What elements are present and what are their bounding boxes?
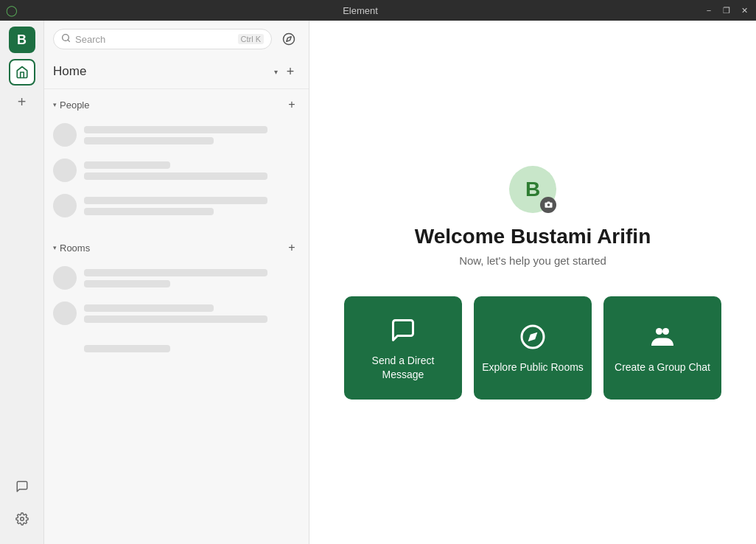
direct-message-label: Send a Direct Message [344, 354, 462, 380]
skeleton-rooms-2 [44, 296, 309, 331]
nav-title[interactable]: Home [53, 64, 271, 79]
svg-line-2 [68, 40, 69, 41]
skeleton-people-3 [44, 188, 309, 223]
group-icon [649, 324, 676, 350]
skeleton-line [84, 197, 267, 204]
app-icon: ◯ [6, 4, 18, 16]
sidebar-nav: Home ▾ + [44, 57, 309, 86]
action-cards: Send a Direct Message Explore Public Roo… [344, 296, 721, 400]
compass-icon [282, 32, 295, 46]
rooms-section-label: Rooms [60, 243, 284, 254]
skeleton-line [84, 345, 170, 352]
explore-rooms-card[interactable]: Explore Public Rooms [474, 296, 592, 400]
camera-icon [545, 200, 553, 209]
skeleton-avatar [53, 266, 77, 290]
skeleton-line [84, 304, 214, 312]
skeleton-line [84, 161, 170, 169]
user-avatar[interactable]: B [9, 27, 35, 53]
nav-chevron-icon: ▾ [274, 68, 278, 76]
explore-button[interactable] [278, 28, 300, 50]
rooms-section-header[interactable]: ▾ Rooms + [44, 235, 309, 260]
window-controls: − ❐ ✕ [703, 4, 750, 16]
create-group-card[interactable]: Create a Group Chat [603, 296, 721, 400]
restore-button[interactable]: ❐ [721, 4, 732, 16]
direct-message-card[interactable]: Send a Direct Message [344, 296, 462, 400]
search-placeholder: Search [75, 34, 234, 45]
home-icon [15, 66, 29, 79]
skeleton-line [84, 315, 267, 323]
sidebar: Search Ctrl K Home ▾ + ▾ People + [44, 21, 309, 544]
svg-point-9 [662, 328, 669, 335]
rooms-chevron-icon: ▾ [53, 244, 57, 251]
welcome-title: Welcome Bustami Arifin [415, 225, 651, 248]
welcome-avatar-letter: B [525, 178, 540, 201]
add-space-button[interactable]: + [9, 88, 35, 115]
svg-marker-7 [528, 332, 538, 342]
skeleton-avatar [53, 301, 77, 325]
skeleton-line [84, 269, 267, 276]
camera-button[interactable] [540, 197, 556, 213]
skeleton-line [84, 280, 170, 287]
window-title: Element [18, 5, 703, 16]
divider-1 [44, 88, 309, 89]
close-button[interactable]: ✕ [738, 4, 750, 16]
search-shortcut: Ctrl K [238, 34, 265, 44]
skeleton-line [84, 137, 214, 144]
search-bar[interactable]: Search Ctrl K [53, 29, 272, 49]
titlebar: ◯ Element − ❐ ✕ [0, 0, 756, 21]
create-group-label: Create a Group Chat [609, 360, 716, 374]
skeleton-rooms-3 [44, 331, 309, 366]
explore-rooms-label: Explore Public Rooms [476, 360, 589, 374]
direct-message-icon [387, 314, 419, 346]
skeleton-avatar [53, 158, 77, 182]
explore-rooms-icon [517, 321, 549, 353]
skeleton-line [84, 126, 267, 133]
settings-icon [15, 512, 29, 526]
people-section-header[interactable]: ▾ People + [44, 92, 309, 117]
skeleton-rooms-1 [44, 260, 309, 296]
skeleton-line [84, 172, 267, 180]
sidebar-header: Search Ctrl K [44, 21, 309, 57]
icon-rail: B + [0, 21, 44, 544]
create-group-icon [646, 321, 679, 353]
skeleton-people-2 [44, 153, 309, 188]
welcome-subtitle: Now, let's help you get started [459, 254, 606, 267]
rail-bottom [9, 473, 35, 538]
skeleton-people-1 [44, 117, 309, 153]
settings-button[interactable] [9, 506, 35, 532]
minimize-button[interactable]: − [703, 4, 715, 16]
people-chevron-icon: ▾ [53, 101, 57, 108]
threads-icon [15, 480, 29, 493]
svg-marker-4 [287, 37, 291, 41]
svg-point-8 [656, 328, 662, 335]
nav-add-button[interactable]: + [281, 62, 300, 81]
welcome-avatar[interactable]: B [509, 166, 556, 213]
svg-point-3 [284, 34, 295, 45]
skeleton-line [84, 208, 214, 215]
svg-point-0 [20, 517, 24, 521]
threads-button[interactable] [9, 473, 35, 500]
rooms-add-button[interactable]: + [284, 240, 300, 256]
home-button[interactable] [9, 59, 35, 86]
people-section-label: People [60, 100, 284, 111]
search-icon [61, 33, 71, 45]
skeleton-avatar [53, 123, 77, 147]
svg-point-5 [547, 203, 550, 206]
skeleton-avatar [53, 194, 77, 217]
people-add-button[interactable]: + [284, 97, 300, 113]
main-content: B Welcome Bustami Arifin Now, let's help… [309, 21, 756, 544]
app-body: B + [0, 21, 756, 544]
